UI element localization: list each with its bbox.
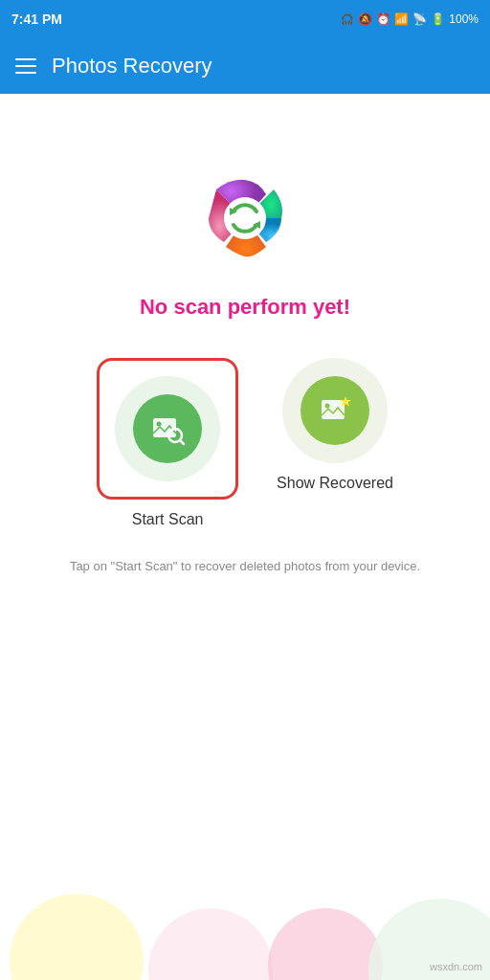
main-content: No scan perform yet! [0,94,490,980]
show-recovered-icon [317,392,353,429]
show-recovered-label: Show Recovered [277,475,393,492]
svg-point-8 [325,404,330,409]
signal-icon: 📶 [394,12,409,26]
svg-point-11 [148,908,273,980]
svg-line-6 [180,440,184,444]
status-bar: 7:41 PM 🎧 🔕 ⏰ 📶 📡 🔋 100% [0,0,490,38]
start-scan-highlight-border [97,358,238,500]
svg-rect-3 [153,418,176,437]
hamburger-line-2 [15,65,36,67]
battery-percent: 100% [449,12,479,26]
hamburger-menu[interactable] [15,58,36,74]
start-scan-inner-circle [133,394,202,463]
hamburger-line-3 [15,72,36,74]
show-recovered-inner-circle [301,376,369,445]
wifi-icon: 📡 [412,12,427,26]
no-scan-text: No scan perform yet! [140,295,350,320]
alarm-icon: ⏰ [376,12,390,26]
start-scan-button[interactable] [115,376,220,481]
status-icons: 🎧 🔕 ⏰ 📶 📡 🔋 100% [341,12,479,26]
status-time: 7:41 PM [11,11,62,27]
battery-icon: 🔋 [431,12,445,26]
toolbar-title: Photos Recovery [52,54,212,78]
action-row: Start Scan Show Recovered [0,358,490,528]
headphone-icon: 🎧 [341,13,354,26]
svg-point-4 [157,422,162,427]
hint-text: Tap on "Start Scan" to recover deleted p… [41,557,449,576]
show-recovered-item: Show Recovered [277,358,393,492]
svg-point-12 [268,908,383,980]
mute-icon: 🔕 [358,12,372,26]
svg-rect-7 [322,400,345,419]
watermark: wsxdn.com [430,961,482,972]
show-recovered-button[interactable] [282,358,388,463]
start-scan-label: Start Scan [132,511,204,528]
start-scan-icon [149,411,186,447]
app-logo [197,170,293,266]
toolbar: Photos Recovery [0,38,490,94]
decorative-bottom [0,827,490,980]
svg-point-10 [10,894,144,980]
start-scan-item: Start Scan [97,358,238,528]
hamburger-line-1 [15,58,36,60]
